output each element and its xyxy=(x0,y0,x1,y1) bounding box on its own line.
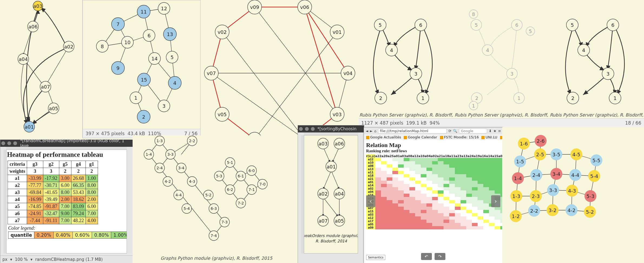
svg-line-76 xyxy=(222,32,305,139)
svg-line-211 xyxy=(323,147,330,163)
svg-text:14: 14 xyxy=(152,56,158,61)
panel-i: 2-61-62-53-54-55-51-52-43-44-45-41-43-34… xyxy=(502,127,644,263)
svg-text:3-4: 3-4 xyxy=(178,166,185,170)
svg-text:5: 5 xyxy=(529,28,532,34)
svg-text:5: 5 xyxy=(379,22,382,28)
svg-text:4: 4 xyxy=(173,80,176,86)
svg-text:1: 1 xyxy=(421,95,424,101)
svg-text:7-3: 7-3 xyxy=(222,220,228,224)
svg-text:13: 13 xyxy=(167,31,173,37)
lattice-node: 4-4 xyxy=(569,169,581,181)
svg-text:2: 2 xyxy=(142,114,145,120)
svg-text:v09: v09 xyxy=(250,4,259,10)
svg-line-213 xyxy=(323,171,331,190)
home-icon[interactable]: ⌂ xyxy=(374,129,376,133)
panel-d: 5 6 4 3 2 1 8 5 5 6 4 3 2 1 1 5 6 4 3 2 … xyxy=(359,0,644,127)
lattice-node: 3-3 xyxy=(547,184,559,196)
gimp-heatmap-titlebar[interactable]: *[randomCBHeatmap] (imported)-3.0 (RGB c… xyxy=(0,140,133,147)
relation-map-subtitle: Ranking rule: netFlows xyxy=(364,149,502,154)
svg-text:a03: a03 xyxy=(33,3,42,9)
svg-text:4-4: 4-4 xyxy=(176,193,182,197)
svg-text:15: 15 xyxy=(141,77,147,83)
undo-button[interactable]: ↶ xyxy=(421,253,432,260)
reload-icon[interactable]: ⟳ xyxy=(448,129,451,133)
gimp-sort-titlebar[interactable]: *[sortingByChoosin xyxy=(298,125,364,132)
max-icon[interactable] xyxy=(13,141,17,145)
down-icon[interactable]: ⬇ xyxy=(489,129,492,133)
min-icon[interactable] xyxy=(7,141,11,145)
svg-text:5-4: 5-4 xyxy=(184,206,190,211)
close-icon[interactable] xyxy=(299,127,303,131)
star-icon[interactable]: ★ xyxy=(493,129,497,133)
lattice-node: 4-5 xyxy=(570,148,582,160)
next-button[interactable]: › xyxy=(491,195,500,207)
svg-text:a05: a05 xyxy=(335,218,344,224)
svg-text:v07: v07 xyxy=(207,70,216,76)
svg-text:1: 1 xyxy=(517,95,520,101)
svg-text:2: 2 xyxy=(379,95,382,101)
panel-f: 1-32-21-43-32-43-44-24-34-45-15-25-35-46… xyxy=(133,135,300,263)
bookmark[interactable]: FSTC Moodle: 15/16 xyxy=(440,135,479,139)
svg-text:3-3: 3-3 xyxy=(167,152,174,157)
bookmark[interactable]: Google Calendar xyxy=(404,135,437,139)
svg-text:9: 9 xyxy=(116,65,119,71)
gimp-sort-window: *[sortingByChoosin a03 a06 a01 a02 a04 a… xyxy=(298,125,364,263)
svg-text:a01: a01 xyxy=(327,164,336,170)
svg-text:a02: a02 xyxy=(318,191,328,197)
menu-icon[interactable]: ≡ xyxy=(498,129,501,133)
heatmap-table: criteriag3g2g5g4g1 weights33222 a1-33.99… xyxy=(8,161,98,224)
svg-text:7-0: 7-0 xyxy=(259,182,266,186)
heatmap-title: Heatmap of performance tableau xyxy=(6,150,127,160)
svg-text:3: 3 xyxy=(510,71,513,77)
svg-text:weakOrders module (graphviz): weakOrders module (graphviz) xyxy=(304,233,358,238)
back-icon[interactable]: ◄ xyxy=(366,129,368,133)
svg-text:3: 3 xyxy=(414,71,417,77)
relation-map-title: Relation Map xyxy=(364,140,502,149)
min-icon[interactable] xyxy=(305,127,309,131)
bookmark[interactable]: UNI.LU xyxy=(481,135,497,139)
svg-line-217 xyxy=(323,197,338,217)
svg-text:a05: a05 xyxy=(49,106,58,111)
svg-text:5-2: 5-2 xyxy=(205,193,212,197)
svg-text:7-2: 7-2 xyxy=(238,201,244,205)
bookmark[interactable]: Google Actualités xyxy=(366,135,401,139)
svg-text:10: 10 xyxy=(124,40,131,45)
prev-button[interactable]: ‹ xyxy=(366,195,375,207)
browser-window: ◄ ► ⌂ file:///tmp/relationMap.html ⟳ 🔍Go… xyxy=(364,127,503,263)
svg-text:a04: a04 xyxy=(19,56,28,62)
svg-text:6: 6 xyxy=(515,22,518,28)
lattice-node: 2-3 xyxy=(530,190,542,202)
lattice-node: 1-3 xyxy=(510,190,522,202)
close-icon[interactable] xyxy=(1,141,5,145)
max-icon[interactable] xyxy=(311,127,315,131)
search-field[interactable]: Google xyxy=(459,128,487,134)
lattice-node: 2-4 xyxy=(530,169,542,181)
svg-text:1: 1 xyxy=(613,95,616,101)
svg-text:R. Bisdorff, 2014: R. Bisdorff, 2014 xyxy=(316,239,347,243)
lattice-node: 5-5 xyxy=(590,154,602,166)
lattice-node: 1-5 xyxy=(514,155,526,167)
svg-text:v04: v04 xyxy=(343,70,353,76)
svg-text:4-2: 4-2 xyxy=(165,179,171,184)
svg-line-77 xyxy=(255,32,337,139)
lattice-node: 5-3 xyxy=(584,190,596,202)
svg-text:2-4: 2-4 xyxy=(157,166,163,170)
svg-text:1-4: 1-4 xyxy=(146,152,152,157)
panel-a-graph: a03 a06 a02 a04 a07 a05 a01 xyxy=(0,0,83,138)
svg-text:12: 12 xyxy=(161,6,167,11)
svg-text:7-4: 7-4 xyxy=(211,233,217,238)
svg-text:3: 3 xyxy=(162,103,165,109)
svg-text:6: 6 xyxy=(147,33,150,38)
redo-button[interactable]: ↷ xyxy=(435,253,445,260)
svg-text:v02: v02 xyxy=(218,29,227,35)
fwd-icon[interactable]: ► xyxy=(370,129,373,133)
svg-text:1-3: 1-3 xyxy=(157,139,163,143)
lattice-node: 2-5 xyxy=(534,148,546,160)
svg-text:4: 4 xyxy=(390,47,393,53)
svg-text:5-1: 5-1 xyxy=(227,160,233,165)
svg-line-212 xyxy=(332,147,339,163)
svg-text:6-0: 6-0 xyxy=(249,168,255,173)
lattice-node: 3-5 xyxy=(550,148,562,160)
svg-text:2: 2 xyxy=(475,95,478,101)
url-field[interactable]: file:///tmp/relationMap.html xyxy=(378,128,447,134)
